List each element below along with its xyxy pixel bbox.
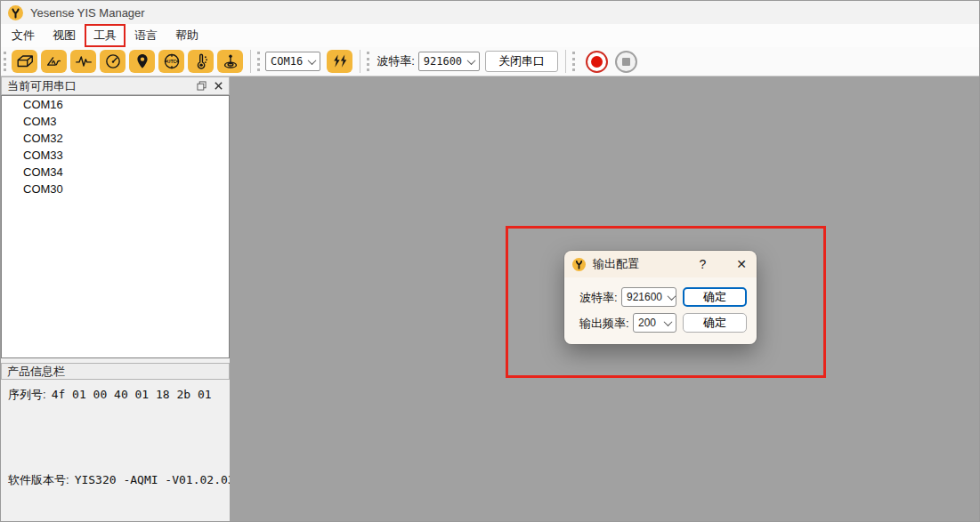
window-title: Yesense YIS Manager (30, 6, 145, 20)
antenna-icon[interactable] (217, 50, 243, 73)
dialog-title: 输出配置 (593, 256, 699, 272)
stop-icon (622, 58, 630, 66)
com-port-value: COM16 (271, 55, 303, 68)
thermometer-icon[interactable] (188, 50, 214, 73)
dialog-freq-select[interactable]: 200 (633, 313, 676, 333)
record-icon (591, 56, 603, 68)
location-pin-icon[interactable] (129, 50, 155, 73)
toolbar-separator (250, 50, 251, 73)
menu-view[interactable]: 视图 (44, 24, 85, 47)
baud-rate-label: 波特率: (377, 53, 415, 69)
product-info-header: 产品信息栏 (1, 363, 230, 380)
toolbar-drag-handle[interactable] (572, 52, 576, 71)
menu-help[interactable]: 帮助 (166, 24, 207, 47)
dialog-freq-ok-button[interactable]: 确定 (683, 313, 747, 333)
list-item-port[interactable]: COM30 (2, 181, 229, 197)
utc-clock-icon[interactable]: UTC (158, 50, 184, 73)
left-dock-panel: 当前可用串口 COM16 COM3 COM32 COM33 COM34 COM3… (1, 76, 230, 522)
toolbar-drag-handle[interactable] (257, 52, 261, 71)
chevron-down-icon (664, 317, 673, 326)
dialog-close-icon[interactable]: ✕ (736, 257, 747, 271)
serial-number-label: 序列号: (8, 387, 46, 403)
title-bar: Yesense YIS Manager (1, 1, 979, 24)
available-ports-title: 当前可用串口 (7, 78, 190, 94)
dialog-baud-value: 921600 (627, 291, 662, 303)
software-version-value: YIS320 -AQMI -V01.02.03; (75, 473, 242, 486)
svg-text:UTC: UTC (166, 59, 176, 64)
toolbar-separator (565, 50, 566, 73)
available-ports-panel-header: 当前可用串口 (1, 76, 230, 95)
yesense-logo-icon (572, 258, 586, 271)
serial-number-row: 序列号: 4f 01 00 40 01 18 2b 01 (8, 387, 212, 403)
product-info-title: 产品信息栏 (7, 364, 65, 380)
gauge-icon[interactable] (100, 50, 126, 73)
toolbar-drag-handle[interactable] (367, 52, 370, 71)
com-port-select[interactable]: COM16 (265, 52, 320, 71)
cube-icon[interactable] (12, 50, 37, 73)
list-item-port[interactable]: COM3 (2, 113, 229, 130)
stop-button[interactable] (615, 51, 637, 73)
dialog-baud-ok-button[interactable]: 确定 (683, 287, 747, 307)
baud-rate-select[interactable]: 921600 (418, 52, 480, 71)
list-item-port[interactable]: COM32 (2, 130, 229, 147)
list-item-port[interactable]: COM33 (2, 147, 229, 164)
toolbar-separator (360, 50, 360, 73)
chevron-down-icon (467, 56, 476, 65)
chevron-down-icon (308, 56, 317, 65)
dialog-freq-label: 输出频率: (579, 316, 629, 332)
software-version-row: 软件版本号: YIS320 -AQMI -V01.02.03; (8, 472, 241, 488)
toolbar: UTC COM16 波特率: 921600 关闭串口 (1, 47, 979, 76)
refresh-ports-icon[interactable] (327, 50, 352, 73)
serial-port-list: COM16 COM3 COM32 COM33 COM34 COM30 (1, 95, 230, 358)
waveform-icon[interactable] (70, 50, 96, 73)
list-item-port[interactable]: COM34 (2, 164, 229, 181)
dialog-freq-row: 输出频率: 200 确定 (564, 313, 757, 333)
record-button[interactable] (586, 51, 608, 73)
dialog-freq-value: 200 (638, 317, 659, 329)
menu-file[interactable]: 文件 (3, 24, 44, 47)
menu-tools[interactable]: 工具 (85, 24, 126, 47)
serial-number-value: 4f 01 00 40 01 18 2b 01 (52, 388, 212, 401)
float-panel-icon[interactable] (197, 81, 207, 91)
yesense-logo-icon (8, 5, 23, 20)
dialog-baud-row: 波特率: 921600 确定 (564, 287, 757, 307)
menu-language[interactable]: 语言 (126, 24, 166, 47)
chevron-down-icon (668, 292, 676, 301)
baud-rate-value: 921600 (424, 55, 462, 68)
dialog-baud-select[interactable]: 921600 (621, 287, 676, 307)
software-version-label: 软件版本号: (8, 472, 69, 488)
menu-bar: 文件 视图 工具 语言 帮助 (1, 24, 979, 47)
close-panel-icon[interactable] (214, 81, 223, 91)
dialog-help-icon[interactable]: ? (699, 257, 706, 271)
app-window: Yesense YIS Manager 文件 视图 工具 语言 帮助 UTC (0, 0, 980, 522)
close-serial-port-button[interactable]: 关闭串口 (485, 51, 558, 72)
attitude-wave-icon[interactable] (41, 50, 67, 73)
list-item-port[interactable]: COM16 (2, 96, 229, 113)
workspace: 输出配置 ? ✕ 波特率: 921600 确定 输出频率: 200 (230, 76, 980, 522)
toolbar-drag-handle[interactable] (4, 52, 7, 71)
dialog-title-bar: 输出配置 ? ✕ (564, 251, 757, 277)
dialog-baud-label: 波特率: (579, 290, 618, 306)
output-config-dialog: 输出配置 ? ✕ 波特率: 921600 确定 输出频率: 200 (564, 251, 757, 344)
